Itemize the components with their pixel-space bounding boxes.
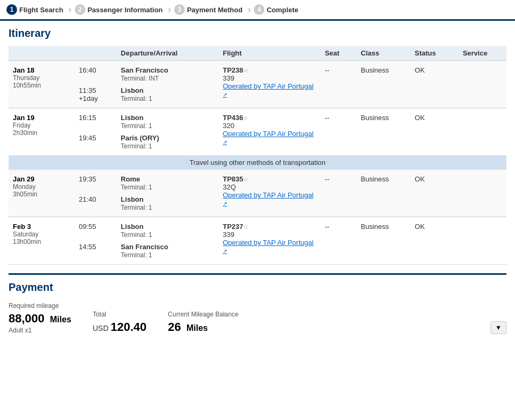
col-time	[75, 46, 117, 61]
itinerary-title: Itinerary	[9, 27, 506, 39]
arrival-city: Paris (ORY)Terminal: 1	[116, 132, 219, 155]
mileage-value: 88,000 Miles	[9, 312, 71, 326]
balance-col: Current Mileage Balance 26 Miles	[168, 311, 238, 334]
mileage-number: 88,000	[9, 312, 44, 325]
col-class: Class	[356, 46, 410, 61]
seat-cell: --	[321, 108, 356, 156]
dropdown-container: ▼	[490, 321, 506, 334]
operator-link[interactable]: Operated by TAP Air Portugal ↗	[223, 130, 314, 146]
operator-link[interactable]: Operated by TAP Air Portugal ↗	[223, 82, 314, 98]
col-service: Service	[458, 46, 506, 61]
date-cell: Feb 3Saturday13h00min	[9, 217, 75, 265]
status-cell: OK	[410, 61, 458, 108]
departure-time: 16:15	[75, 108, 117, 132]
total-currency: USD	[92, 324, 108, 332]
date-cell: Jan 19Friday2h30min	[9, 108, 75, 156]
date-cell: Jan 29Monday3h05min	[9, 170, 75, 217]
status-cell: OK	[410, 170, 458, 217]
balance-unit: Miles	[186, 323, 208, 332]
mileage-unit: Miles	[50, 315, 71, 324]
separator-row: Travel using other methods of transporta…	[9, 155, 506, 170]
flight-info: TP237☆339Operated by TAP Air Portugal ↗	[219, 217, 321, 265]
arrival-time: 19:45	[75, 132, 117, 155]
step-sep-2: ›	[168, 5, 171, 14]
col-date	[9, 46, 75, 61]
step-2[interactable]: 2 Passenger Information	[75, 4, 163, 15]
step-sep-1: ›	[68, 5, 71, 14]
itinerary-table: Departure/Arrival Flight Seat Class Stat…	[9, 46, 506, 265]
flight-info: TP436☆320Operated by TAP Air Portugal ↗	[219, 108, 321, 156]
mileage-label: Required mileage	[9, 302, 71, 310]
mileage-sub: Adult x1	[9, 327, 71, 334]
service-cell	[458, 61, 506, 108]
status-cell: OK	[410, 217, 458, 265]
seat-cell: --	[321, 217, 356, 265]
seat-cell: --	[321, 61, 356, 108]
departure-time: 16:40	[75, 61, 117, 85]
date-cell: Jan 18Thursday10h55min	[9, 61, 75, 108]
class-cell: Business	[356, 61, 410, 108]
departure-city: San FranciscoTerminal: INT	[116, 61, 219, 85]
step-2-label: Passenger Information	[88, 6, 163, 14]
step-1-num: 1	[6, 4, 17, 15]
operator-link[interactable]: Operated by TAP Air Portugal ↗	[223, 239, 314, 255]
arrival-time: 21:40	[75, 193, 117, 217]
class-cell: Business	[356, 108, 410, 156]
dropdown-button[interactable]: ▼	[490, 321, 506, 334]
departure-city: LisbonTerminal: 1	[116, 217, 219, 241]
step-3-label: Payment Method	[187, 6, 243, 14]
table-row: Jan 29Monday3h05min19:35RomeTerminal: 1T…	[9, 170, 506, 193]
itinerary-section: Itinerary Departure/Arrival Flight Seat …	[0, 21, 515, 265]
steps-bar: 1 Flight Search › 2 Passenger Informatio…	[0, 0, 515, 21]
operator-link[interactable]: Operated by TAP Air Portugal ↗	[223, 191, 314, 207]
step-4-label: Complete	[267, 6, 298, 14]
step-4-num: 4	[254, 4, 264, 15]
service-cell	[458, 217, 506, 265]
balance-number: 26	[168, 320, 181, 334]
table-header-row: Departure/Arrival Flight Seat Class Stat…	[9, 46, 506, 61]
col-status: Status	[410, 46, 458, 61]
arrival-city: San FranciscoTerminal: 1	[116, 241, 219, 265]
departure-city: RomeTerminal: 1	[116, 170, 219, 193]
step-sep-3: ›	[248, 5, 251, 14]
seat-cell: --	[321, 170, 356, 217]
table-row: Feb 3Saturday13h00min09:55LisbonTerminal…	[9, 217, 506, 241]
balance-value: 26 Miles	[168, 320, 238, 334]
col-seat: Seat	[321, 46, 356, 61]
service-cell	[458, 170, 506, 217]
class-cell: Business	[356, 170, 410, 217]
total-col: Total USD120.40	[92, 311, 146, 334]
step-2-num: 2	[75, 4, 85, 15]
flight-info: TP238☆339Operated by TAP Air Portugal ↗	[219, 61, 321, 108]
step-4[interactable]: 4 Complete	[254, 4, 298, 15]
table-row: Jan 19Friday2h30min16:15LisbonTerminal: …	[9, 108, 506, 132]
service-cell	[458, 108, 506, 156]
departure-time: 09:55	[75, 217, 117, 241]
payment-section: Payment Required mileage 88,000 Miles Ad…	[9, 273, 506, 334]
step-1[interactable]: 1 Flight Search	[6, 4, 63, 15]
arrival-time: 14:55	[75, 241, 117, 265]
col-flight: Flight	[219, 46, 321, 61]
payment-row: Required mileage 88,000 Miles Adult x1 T…	[9, 302, 506, 334]
total-label: Total	[92, 311, 146, 318]
departure-time: 19:35	[75, 170, 117, 193]
total-amount: 120.40	[111, 320, 146, 334]
departure-city: LisbonTerminal: 1	[116, 108, 219, 132]
balance-label: Current Mileage Balance	[168, 311, 238, 318]
payment-title: Payment	[9, 281, 506, 294]
arrival-city: LisbonTerminal: 1	[116, 193, 219, 217]
arrival-city: LisbonTerminal: 1	[116, 84, 219, 108]
table-row: Jan 18Thursday10h55min16:40San Francisco…	[9, 61, 506, 85]
step-3-num: 3	[174, 4, 185, 15]
step-3[interactable]: 3 Payment Method	[174, 4, 243, 15]
total-value: USD120.40	[92, 320, 146, 334]
step-1-label: Flight Search	[19, 6, 63, 14]
arrival-time: 11:35 +1day	[75, 84, 117, 108]
mileage-col: Required mileage 88,000 Miles Adult x1	[9, 302, 71, 334]
flight-info: TP835☆32QOperated by TAP Air Portugal ↗	[219, 170, 321, 217]
status-cell: OK	[410, 108, 458, 156]
col-departure-arrival: Departure/Arrival	[116, 46, 219, 61]
class-cell: Business	[356, 217, 410, 265]
